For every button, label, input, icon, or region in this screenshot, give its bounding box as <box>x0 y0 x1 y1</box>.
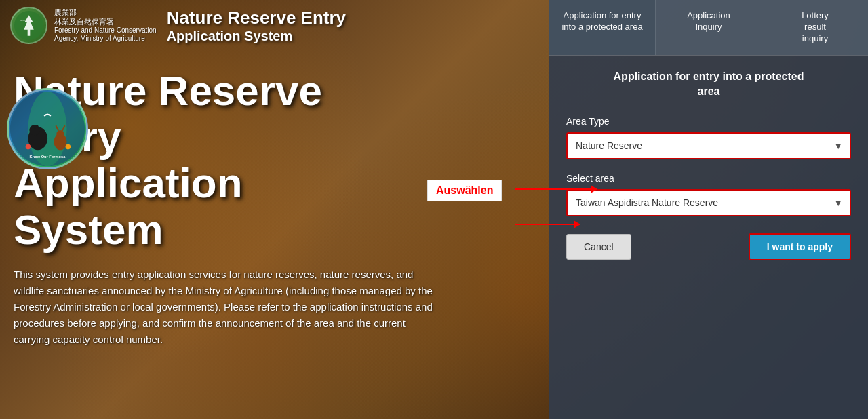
agency-chinese-subtitle: 林業及自然保育署 <box>54 18 157 26</box>
logo-text: 農業部 林業及自然保育署 Forestry and Nature Conserv… <box>54 8 157 42</box>
site-title-line2: Application System <box>167 28 346 44</box>
hero-description: This system provides entry application s… <box>14 266 434 348</box>
svg-point-6 <box>35 125 39 129</box>
right-panel: Application for entryinto a protected ar… <box>549 0 868 419</box>
panel-content: Application for entry into a protectedar… <box>549 56 868 419</box>
logo-area: 農業部 林業及自然保育署 Forestry and Nature Conserv… <box>10 7 346 44</box>
svg-text:Know Our Formosa: Know Our Formosa <box>30 155 66 159</box>
tab-application[interactable]: Application for entryinto a protected ar… <box>549 0 656 55</box>
svg-point-8 <box>56 130 64 138</box>
site-title-line1: Nature Reserve Entry <box>167 7 346 28</box>
site-title: Nature Reserve Entry Application System <box>167 7 346 44</box>
svg-point-12 <box>66 144 71 150</box>
area-type-field-group: Area Type Nature Reserve Wildlife Sanctu… <box>566 116 851 159</box>
cancel-button[interactable]: Cancel <box>566 234 631 260</box>
select-area-wrapper: Taiwan Aspidistra Nature Reserve Other N… <box>566 189 851 216</box>
select-area-field-group: Select area Taiwan Aspidistra Nature Res… <box>566 173 851 216</box>
select-area-label: Select area <box>566 173 851 184</box>
tab-bar: Application for entryinto a protected ar… <box>549 0 868 56</box>
nature-badge: Know Our Formosa <box>7 88 88 169</box>
select-area-select[interactable]: Taiwan Aspidistra Nature Reserve Other N… <box>568 191 850 215</box>
area-type-label: Area Type <box>566 116 851 127</box>
agency-english-ministry: Agency, Ministry of Agriculture <box>54 35 157 43</box>
area-type-select[interactable]: Nature Reserve Wildlife Sanctuary Nature… <box>568 134 850 158</box>
badge-inner: Know Our Formosa <box>9 90 86 167</box>
apply-button[interactable]: I want to apply <box>749 233 851 260</box>
arrow-line-1 <box>515 188 597 190</box>
agency-chinese-name: 農業部 <box>54 8 157 17</box>
panel-title: Application for entry into a protectedar… <box>566 69 851 100</box>
agency-english-name: Forestry and Nature Conservation <box>54 26 157 35</box>
svg-point-5 <box>31 125 35 129</box>
tab-lottery[interactable]: Lotteryresultinquiry <box>762 0 868 55</box>
tab-inquiry[interactable]: ApplicationInquiry <box>656 0 762 55</box>
tooltip-auswahlen: Auswählen <box>427 180 502 201</box>
buttons-row: Cancel I want to apply <box>566 233 851 260</box>
svg-point-11 <box>26 144 31 150</box>
agency-logo <box>10 7 47 44</box>
area-type-select-wrapper: Nature Reserve Wildlife Sanctuary Nature… <box>566 132 851 159</box>
arrow-line-2 <box>515 224 580 225</box>
